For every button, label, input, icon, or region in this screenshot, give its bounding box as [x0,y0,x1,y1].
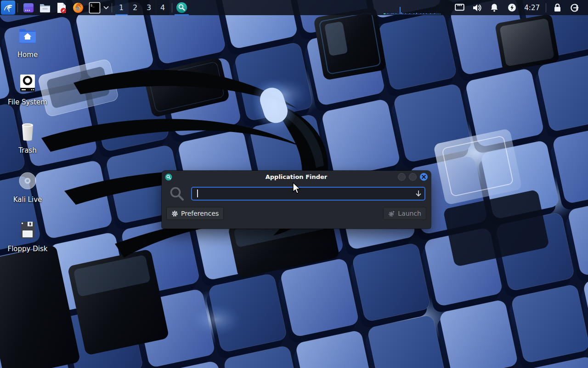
launch-button[interactable]: Launch [383,207,426,220]
cpu-bar [437,14,438,14]
desktop-icon-trash[interactable]: Trash [4,121,51,155]
cpu-bar [412,14,413,14]
cpu-bar [393,13,394,14]
search-launcher-icon [176,2,187,13]
app-drawer-icon [23,2,34,14]
workspace-label: 1 [119,3,124,12]
panel-separator [172,3,172,12]
cpu-bar [386,14,387,14]
launch-gear-icon [388,210,395,217]
workspace-label: 2 [133,3,137,12]
cpu-bar [418,14,418,14]
workspace-button-4[interactable]: 4 [156,0,170,15]
power-manager-tray-button[interactable] [507,0,517,15]
file-manager-icon [39,3,51,13]
search-input[interactable] [191,187,425,201]
cpu-bar [440,14,441,14]
volume-icon [472,4,481,12]
desktop-icon-floppy-disk[interactable]: Floppy Disk [4,219,51,253]
workspace-button-2[interactable]: 2 [129,0,142,15]
cpu-bar [400,7,401,14]
cpu-bar [402,13,403,14]
cpu-bar [431,14,432,14]
network-tray-button[interactable] [454,0,464,15]
close-icon [422,175,426,179]
launcher-file-manager[interactable] [39,0,51,15]
window-title: Application Finder [162,173,431,180]
window-icon [165,173,172,181]
desktop-icon-home[interactable]: Home [4,25,51,59]
cpu-bar [398,14,399,14]
system-load-monitor[interactable] [384,0,444,15]
bell-icon [490,3,498,12]
cpu-bar [435,14,436,14]
desktop-icon-file-system[interactable]: File System [4,73,51,106]
top-panel: $_ 1 2 3 4 [0,0,588,15]
notifications-tray-button[interactable] [489,0,499,15]
panel-separator [112,3,112,12]
cpu-bar [405,13,406,14]
panel-separator [17,3,18,12]
network-icon [455,4,464,12]
cpu-bar [419,14,420,14]
search-icon [169,186,185,201]
cpu-bar [411,14,412,14]
terminal-dropdown-button[interactable] [103,0,109,15]
lock-screen-button[interactable] [552,0,562,15]
cpu-bar [390,14,391,14]
launch-label: Launch [398,210,421,217]
svg-text:$_: $_ [90,4,95,7]
volume-tray-button[interactable] [472,0,482,15]
cpu-bar [387,13,388,14]
cpu-bar [415,14,416,14]
panel-clock[interactable]: 4:27 [524,4,540,12]
trash-icon [17,121,38,142]
cpu-bar [416,13,417,14]
launcher-app-drawer[interactable] [23,0,35,15]
kali-logo-icon [3,2,14,13]
workspace-button-1[interactable]: 1 [115,0,128,15]
chevron-down-icon [103,6,109,10]
preferences-button[interactable]: Preferences [166,207,224,220]
cpu-bar [426,13,427,14]
cpu-bar [433,14,434,14]
panel-separator [546,3,546,12]
desktop-icon-label: File System [4,98,51,106]
applications-menu-button[interactable] [1,0,15,15]
log-out-button[interactable] [570,0,580,15]
desktop-icon-label: Home [4,51,51,59]
cpu-bar [429,14,430,14]
lock-icon [554,3,561,12]
application-finder-launcher[interactable] [175,0,189,15]
floppy-disk-icon [17,220,38,240]
titlebar[interactable]: Application Finder [162,171,431,183]
cpu-bar [423,13,424,14]
launcher-web-browser[interactable] [72,0,85,15]
application-finder-window: Application Finder [162,171,431,229]
preferences-label: Preferences [181,210,219,217]
close-button[interactable] [420,173,428,181]
cpu-bar [424,14,425,14]
workspace-label: 3 [147,3,151,12]
launcher-text-editor[interactable] [56,0,68,15]
cpu-bar [389,14,390,14]
dropdown-arrow-icon[interactable] [415,190,422,197]
cpu-bar [427,14,428,14]
cpu-bar [422,14,423,14]
desktop-icon-kali-live[interactable]: Kali Live [4,170,51,204]
workspace-label: 4 [160,3,165,12]
minimize-button[interactable] [398,173,406,181]
launcher-terminal[interactable]: $_ [89,0,101,15]
optical-disc-icon [17,170,38,191]
desktop-icon-label: Trash [4,146,51,155]
cpu-bar [409,13,410,14]
workspace-button-3[interactable]: 3 [142,0,156,15]
cpu-bar [401,12,402,14]
cpu-bar [438,14,439,14]
text-editor-icon [56,2,67,14]
hard-drive-icon [17,73,38,93]
maximize-button[interactable] [409,173,417,181]
home-folder-icon [17,26,38,46]
cpu-bar [430,13,431,14]
cpu-bar [391,13,392,14]
